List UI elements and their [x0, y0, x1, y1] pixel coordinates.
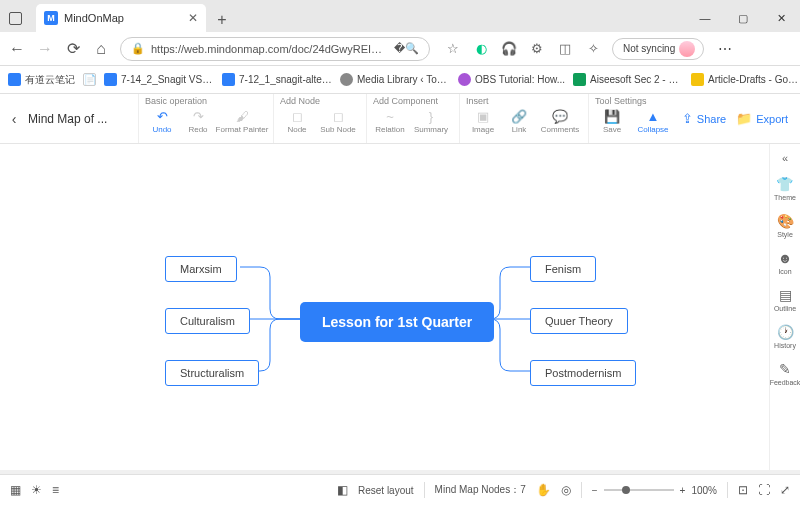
star-icon[interactable]: ☆: [444, 40, 462, 58]
export-button[interactable]: 📁Export: [736, 111, 788, 126]
save-button[interactable]: 💾Save: [595, 108, 629, 134]
bookmark-item[interactable]: 有道云笔记: [8, 73, 75, 87]
address-bar: ← → ⟳ ⌂ 🔒 https://web.mindonmap.com/doc/…: [0, 32, 800, 66]
redo-icon: ↷: [190, 108, 206, 124]
node-count: Mind Map Nodes：7: [435, 483, 526, 497]
center-icon[interactable]: ⊡: [738, 483, 748, 497]
home-button[interactable]: ⌂: [92, 40, 110, 58]
fullscreen-icon[interactable]: ⛶: [758, 483, 770, 497]
comments-button[interactable]: 💬Comments: [538, 108, 582, 134]
save-icon: 💾: [604, 108, 620, 124]
forward-button[interactable]: →: [36, 40, 54, 58]
layout-icon[interactable]: ▦: [10, 483, 21, 497]
clock-icon: 🕐: [777, 324, 794, 340]
list-icon[interactable]: ≡: [52, 483, 59, 497]
close-window-button[interactable]: ✕: [762, 4, 800, 32]
group-title: Tool Settings: [595, 96, 675, 108]
bookmark-item[interactable]: OBS Tutorial: How...: [458, 73, 565, 86]
hand-icon[interactable]: ✋: [536, 483, 551, 497]
favicon-icon: M: [44, 11, 58, 25]
expand-icon[interactable]: ⤢: [780, 483, 790, 497]
address-field[interactable]: 🔒 https://web.mindonmap.com/doc/24dGwyRE…: [120, 37, 430, 61]
bookmark-item[interactable]: 7-14_2_Snagit VS S...: [104, 73, 214, 86]
mindmap-node[interactable]: Postmodernism: [530, 360, 636, 386]
collections-icon[interactable]: ✧: [584, 40, 602, 58]
right-rail: « 👕Theme 🎨Style ☻Icon ▤Outline 🕐History …: [769, 144, 800, 470]
style-button[interactable]: 🎨Style: [777, 213, 794, 238]
rail-collapse-button[interactable]: «: [782, 152, 788, 164]
group-title: Add Component: [373, 96, 453, 108]
group-title: Basic operation: [145, 96, 267, 108]
new-tab-button[interactable]: +: [210, 8, 234, 32]
mindmap-canvas[interactable]: Marxsim Culturalism Structuralism Lesson…: [0, 144, 769, 470]
bookmarks-bar: 有道云笔记 📄 7-14_2_Snagit VS S... 7-12_1_sna…: [0, 66, 800, 94]
mindmap-node[interactable]: Quuer Theory: [530, 308, 628, 334]
palette-icon: 🎨: [777, 213, 794, 229]
link-button[interactable]: 🔗Link: [502, 108, 536, 134]
node-icon: ◻: [289, 108, 305, 124]
more-button[interactable]: ⋯: [714, 41, 737, 57]
feedback-button[interactable]: ✎Feedback: [770, 361, 800, 386]
reset-layout-button[interactable]: Reset layout: [358, 485, 414, 496]
summary-icon: }: [423, 108, 439, 124]
minimize-button[interactable]: —: [686, 4, 724, 32]
mindmap-node[interactable]: Fenism: [530, 256, 596, 282]
mindmap-node[interactable]: Culturalism: [165, 308, 250, 334]
headphones-icon[interactable]: 🎧: [500, 40, 518, 58]
grid-icon[interactable]: ◫: [556, 40, 574, 58]
format-painter-button[interactable]: 🖌Format Painter: [217, 108, 267, 134]
shirt-icon: 👕: [776, 176, 793, 192]
image-button[interactable]: ▣Image: [466, 108, 500, 134]
zoom-in-button[interactable]: +: [680, 485, 686, 496]
zoom-control[interactable]: − + 100%: [592, 485, 717, 496]
bookmark-item[interactable]: Article-Drafts - Goo...: [691, 73, 800, 86]
gear-icon[interactable]: ⚙: [528, 40, 546, 58]
back-button[interactable]: ←: [8, 40, 26, 58]
smile-icon: ☻: [778, 250, 793, 266]
zoom-out-button[interactable]: −: [592, 485, 598, 496]
redo-button[interactable]: ↷Redo: [181, 108, 215, 134]
tab-overview-button[interactable]: [0, 4, 30, 32]
subnode-icon: ◻: [330, 108, 346, 124]
pencil-icon: ✎: [779, 361, 791, 377]
history-button[interactable]: 🕐History: [774, 324, 796, 349]
extension-icon[interactable]: ◐: [472, 40, 490, 58]
brightness-icon[interactable]: ☀: [31, 483, 42, 497]
doc-title[interactable]: Mind Map of ...: [28, 94, 138, 143]
url-text: https://web.mindonmap.com/doc/24dGwyREIF…: [151, 43, 388, 55]
sync-label: Not syncing: [623, 43, 675, 54]
sync-button[interactable]: Not syncing: [612, 38, 704, 60]
theme-button[interactable]: 👕Theme: [774, 176, 796, 201]
share-icon: ⇪: [682, 111, 693, 126]
maximize-button[interactable]: ▢: [724, 4, 762, 32]
bookmark-item[interactable]: Aiseesoft Sec 2 - W...: [573, 73, 683, 86]
subnode-button[interactable]: ◻Sub Node: [316, 108, 360, 134]
reset-icon: ◧: [337, 483, 348, 497]
mindmap-center-node[interactable]: Lesson for 1st Quarter: [300, 302, 494, 342]
bookmark-item[interactable]: 📄: [83, 73, 96, 86]
outline-button[interactable]: ▤Outline: [774, 287, 796, 312]
share-button[interactable]: ⇪Share: [682, 111, 726, 126]
bookmark-item[interactable]: 7-12_1_snagit-alter...: [222, 73, 332, 86]
icon-button[interactable]: ☻Icon: [778, 250, 793, 275]
zoom-slider[interactable]: [604, 489, 674, 491]
close-tab-icon[interactable]: ✕: [188, 11, 198, 25]
target-icon[interactable]: ◎: [561, 483, 571, 497]
search-icon[interactable]: �🔍: [394, 42, 419, 55]
mindmap-node[interactable]: Structuralism: [165, 360, 259, 386]
image-icon: ▣: [475, 108, 491, 124]
doc-back-button[interactable]: ‹: [0, 94, 28, 143]
tab-title: MindOnMap: [64, 12, 124, 24]
bookmark-item[interactable]: Media Library ‹ Top...: [340, 73, 450, 86]
browser-tab[interactable]: M MindOnMap ✕: [36, 4, 206, 32]
avatar-icon: [679, 41, 695, 57]
collapse-button[interactable]: ▲Collapse: [631, 108, 675, 134]
summary-button[interactable]: }Summary: [409, 108, 453, 134]
reload-button[interactable]: ⟳: [64, 40, 82, 58]
mindmap-node[interactable]: Marxsim: [165, 256, 237, 282]
outline-icon: ▤: [779, 287, 792, 303]
relation-button[interactable]: ~Relation: [373, 108, 407, 134]
titlebar: M MindOnMap ✕ + — ▢ ✕: [0, 0, 800, 32]
undo-button[interactable]: ↶Undo: [145, 108, 179, 134]
node-button[interactable]: ◻Node: [280, 108, 314, 134]
